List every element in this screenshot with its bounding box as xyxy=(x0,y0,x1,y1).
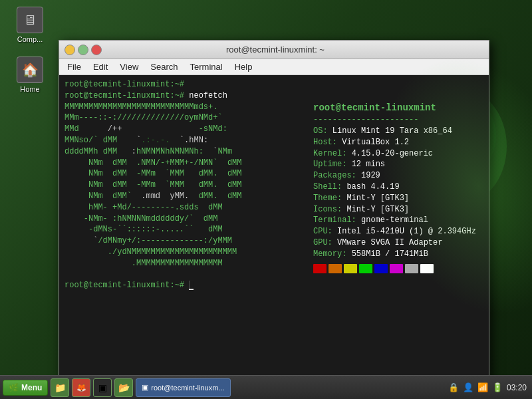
tray-network-icon[interactable]: 📶 xyxy=(477,382,488,392)
terminal-taskbar-icon: ▣ xyxy=(142,383,148,392)
menu-edit[interactable]: Edit xyxy=(88,61,113,73)
window-title: root@tecmint-linuxmint: ~ xyxy=(102,45,449,55)
svg-point-1 xyxy=(422,93,496,178)
terminal-sysinfo: root@tecmint-linuxmint------------------… xyxy=(311,79,483,374)
desktop-icons: 🖥 Comp... 🏠 Home xyxy=(7,7,53,93)
menu-bar: File Edit View Search Terminal Help xyxy=(59,59,489,75)
tray-lock-icon[interactable]: 🔒 xyxy=(448,382,459,392)
svg-text:🌿: 🌿 xyxy=(432,112,485,162)
menu-file[interactable]: File xyxy=(62,61,86,73)
taskbar-terminal[interactable]: ▣ xyxy=(93,378,112,397)
tray-user-icon[interactable]: 👤 xyxy=(463,382,473,392)
terminal-content[interactable]: root@tecmint-linuxmint:~# root@tecmint-l… xyxy=(59,75,489,378)
title-bar: root@tecmint-linuxmint: ~ xyxy=(59,41,489,59)
taskbar-clock: 03:20 xyxy=(507,383,527,392)
desktop: 🖥 Comp... 🏠 Home 🌿 root@tecmint-linuxmin… xyxy=(0,0,532,399)
mint-logo: 🌿 xyxy=(406,80,512,213)
taskbar-window-terminal[interactable]: ▣ root@tecmint-linuxm... xyxy=(136,378,230,397)
terminal-window: root@tecmint-linuxmint: ~ File Edit View… xyxy=(59,40,489,379)
tray-battery-icon[interactable]: 🔋 xyxy=(492,382,503,392)
menu-view[interactable]: View xyxy=(114,61,144,73)
taskbar-browser[interactable]: 🦊 xyxy=(72,378,90,397)
home-icon-img: 🏠 xyxy=(17,57,43,83)
terminal-ascii: root@tecmint-linuxmint:~# root@tecmint-l… xyxy=(65,79,311,374)
menu-terminal[interactable]: Terminal xyxy=(185,61,228,73)
menu-help[interactable]: Help xyxy=(229,61,258,73)
start-button[interactable]: 🌿 Menu xyxy=(3,380,48,396)
start-label: Menu xyxy=(21,383,42,392)
computer-icon-label: Comp... xyxy=(17,35,43,43)
computer-icon[interactable]: 🖥 Comp... xyxy=(7,7,53,43)
terminal-taskbar-label: root@tecmint-linuxm... xyxy=(151,384,224,392)
taskbar-files2[interactable]: 📂 xyxy=(114,378,133,397)
taskbar: 🌿 Menu 📁 🦊 ▣ 📂 ▣ root@tecmint-linuxm... … xyxy=(0,375,532,399)
title-bar-buttons xyxy=(65,45,102,55)
taskbar-tray: 🔒 👤 📶 🔋 03:20 xyxy=(448,382,529,392)
home-icon-label: Home xyxy=(20,85,39,93)
home-icon[interactable]: 🏠 Home xyxy=(7,57,53,93)
close-button[interactable] xyxy=(91,45,102,55)
maximize-button[interactable] xyxy=(78,45,88,55)
menu-search[interactable]: Search xyxy=(145,61,183,73)
svg-point-0 xyxy=(411,88,507,205)
taskbar-filemanager[interactable]: 📁 xyxy=(51,378,69,397)
computer-icon-img: 🖥 xyxy=(17,7,43,33)
minimize-button[interactable] xyxy=(65,45,75,55)
start-icon: 🌿 xyxy=(9,383,19,392)
